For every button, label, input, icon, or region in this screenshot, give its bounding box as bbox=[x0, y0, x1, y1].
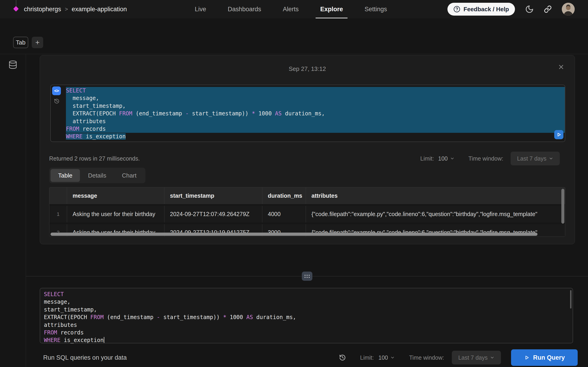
content-divider bbox=[0, 54, 588, 54]
code-line: FROM records bbox=[44, 329, 573, 336]
code-icon: <> bbox=[54, 87, 59, 94]
primary-nav: Live Dashboards Alerts Explore Settings bbox=[195, 0, 387, 18]
cell-start-timestamp: 2024-09-27T12:07:49.264279Z bbox=[164, 206, 262, 223]
sql-code-selected[interactable]: SELECT message, start_timestamp, EXTRACT… bbox=[65, 85, 565, 142]
breadcrumb-project[interactable]: example-application bbox=[72, 6, 127, 13]
logo-stem bbox=[16, 0, 16, 6]
limit-select[interactable]: 100 bbox=[379, 354, 395, 361]
feedback-help-button[interactable]: Feedback / Help bbox=[447, 3, 515, 16]
nav-item-explore[interactable]: Explore bbox=[320, 0, 343, 18]
query-history-card: Sep 27, 13:12 <> SELECT message, start_t… bbox=[40, 55, 575, 244]
column-header-start-timestamp: start_timestamp bbox=[164, 187, 262, 204]
column-header-attributes: attributes bbox=[306, 187, 565, 204]
pane-resizer-handle[interactable] bbox=[302, 272, 312, 281]
query-timestamp: Sep 27, 13:12 bbox=[40, 65, 575, 73]
code-line: message, bbox=[44, 298, 573, 306]
tab-button[interactable]: Tab bbox=[13, 37, 28, 48]
time-window-select[interactable]: Last 7 days bbox=[452, 351, 501, 365]
limit-label: Limit: bbox=[420, 155, 434, 162]
play-icon bbox=[556, 132, 562, 138]
limit-select[interactable]: 100 bbox=[438, 155, 455, 162]
nav-item-settings[interactable]: Settings bbox=[364, 0, 387, 18]
feedback-help-label: Feedback / Help bbox=[464, 6, 509, 13]
editor-scrollbar[interactable] bbox=[570, 290, 571, 309]
cell-duration-ms: 4000 bbox=[262, 206, 306, 223]
run-query-label: Run Query bbox=[533, 354, 565, 361]
chevron-down-icon bbox=[450, 156, 455, 161]
help-circle-icon bbox=[453, 6, 460, 13]
time-window-value: Last 7 days bbox=[458, 354, 488, 361]
code-line: FROM records bbox=[66, 125, 565, 133]
plus-icon: + bbox=[35, 38, 40, 47]
nav-item-live[interactable]: Live bbox=[195, 0, 206, 18]
breadcrumb-separator: > bbox=[65, 6, 68, 12]
dark-mode-toggle[interactable] bbox=[525, 5, 534, 14]
table-horizontal-scrollbar[interactable] bbox=[51, 233, 537, 236]
result-status: Returned 2 rows in 27 milliseconds. bbox=[49, 155, 140, 162]
link-icon bbox=[544, 5, 552, 13]
breadcrumb: christophergs > example-application bbox=[13, 0, 127, 18]
code-line: SELECT bbox=[44, 291, 573, 298]
table-row: 1 Asking the user for their birthday 202… bbox=[49, 206, 565, 223]
text-caret bbox=[104, 337, 104, 343]
add-tab-button[interactable]: + bbox=[32, 37, 43, 48]
tab-details[interactable]: Details bbox=[80, 169, 114, 182]
footer-hint: Run SQL queries on your data bbox=[43, 354, 127, 361]
limit-label: Limit: bbox=[360, 354, 374, 361]
result-view-tabs: Table Details Chart bbox=[49, 168, 145, 183]
editor-history-button[interactable] bbox=[54, 98, 60, 104]
share-link-button[interactable] bbox=[544, 5, 552, 13]
code-line: start_timestamp, bbox=[66, 102, 565, 110]
query-history-button[interactable] bbox=[339, 354, 346, 361]
history-icon bbox=[339, 354, 346, 361]
play-icon bbox=[524, 355, 529, 360]
results-table: message start_timestamp duration_ms attr… bbox=[49, 187, 565, 237]
database-icon bbox=[8, 60, 17, 69]
code-line: start_timestamp, bbox=[44, 306, 573, 314]
code-line: message, bbox=[66, 94, 565, 102]
chevron-down-icon bbox=[390, 355, 395, 360]
nav-item-dashboards[interactable]: Dashboards bbox=[228, 0, 261, 18]
close-icon bbox=[558, 64, 565, 70]
row-number: 1 bbox=[49, 206, 67, 223]
chevron-down-icon bbox=[490, 355, 494, 360]
time-window-select[interactable]: Last 7 days bbox=[510, 152, 560, 165]
time-window-label: Time window: bbox=[409, 354, 444, 361]
code-line: attributes bbox=[44, 321, 573, 329]
nav-item-alerts[interactable]: Alerts bbox=[283, 0, 299, 18]
close-card-button[interactable] bbox=[558, 64, 565, 70]
moon-icon bbox=[525, 5, 534, 14]
footer-bar: Run SQL queries on your data Limit: 100 … bbox=[0, 348, 588, 367]
row-number-header bbox=[49, 187, 67, 204]
code-line: attributes bbox=[66, 118, 565, 125]
history-icon bbox=[54, 98, 60, 104]
table-vertical-scrollbar[interactable] bbox=[561, 189, 564, 224]
code-line: WHERE is_exception bbox=[66, 133, 565, 140]
code-toggle-button[interactable]: <> bbox=[52, 86, 61, 95]
tab-table[interactable]: Table bbox=[51, 169, 80, 182]
breadcrumb-org[interactable]: christophergs bbox=[24, 6, 61, 13]
tab-chart[interactable]: Chart bbox=[114, 169, 144, 182]
grip-dots-icon bbox=[304, 275, 310, 278]
table-header-row: message start_timestamp duration_ms attr… bbox=[49, 187, 565, 204]
code-line: EXTRACT(EPOCH FROM (end_timestamp - star… bbox=[44, 314, 573, 321]
run-inline-button[interactable] bbox=[554, 130, 563, 139]
code-line: EXTRACT(EPOCH FROM (end_timestamp - star… bbox=[66, 110, 565, 117]
limit-value: 100 bbox=[379, 354, 388, 361]
sql-editor-history[interactable]: <> SELECT message, start_timestamp, EXTR… bbox=[50, 85, 565, 142]
time-window-value: Last 7 days bbox=[517, 155, 546, 162]
logfire-logo bbox=[13, 0, 19, 18]
code-line: SELECT bbox=[66, 87, 565, 94]
time-window-label: Time window: bbox=[468, 155, 503, 162]
cell-attributes: {"code.filepath":"example.py","code.line… bbox=[306, 206, 565, 223]
run-query-button[interactable]: Run Query bbox=[511, 349, 578, 366]
code-line: WHERE is_exception bbox=[44, 336, 573, 344]
left-sidebar bbox=[0, 54, 26, 367]
sql-editor-input[interactable]: SELECT message, start_timestamp, EXTRACT… bbox=[40, 288, 573, 343]
user-avatar[interactable] bbox=[562, 3, 575, 16]
logo-diamond-icon bbox=[13, 6, 19, 11]
column-header-duration-ms: duration_ms bbox=[262, 187, 306, 204]
database-schema-button[interactable] bbox=[8, 60, 17, 69]
editor-gutter: <> bbox=[51, 85, 65, 142]
limit-value: 100 bbox=[438, 155, 448, 162]
